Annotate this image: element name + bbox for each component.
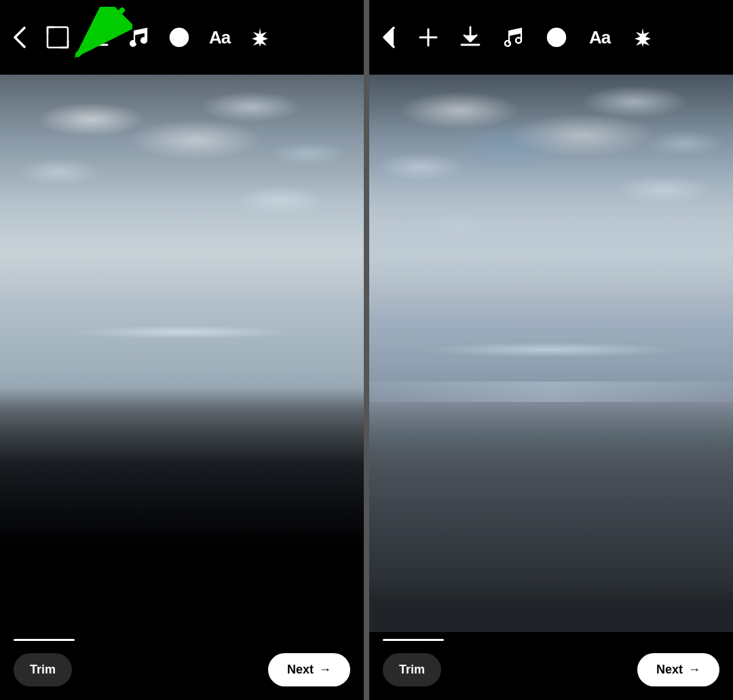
svg-rect-8 <box>521 29 522 41</box>
emoji-icon[interactable] <box>168 26 190 48</box>
right-panel: Aa <box>369 0 733 700</box>
music-icon[interactable] <box>128 26 149 49</box>
right-back-button[interactable] <box>381 25 396 50</box>
svg-point-9 <box>548 29 565 46</box>
svg-point-6 <box>516 38 521 43</box>
back-button[interactable] <box>12 25 27 50</box>
right-next-arrow: → <box>688 663 700 677</box>
right-text-icon[interactable]: Aa <box>589 27 610 48</box>
svg-point-2 <box>175 35 177 37</box>
right-trim-button[interactable]: Trim <box>383 653 441 686</box>
left-trim-button[interactable]: Trim <box>14 653 72 686</box>
svg-point-3 <box>182 35 184 37</box>
left-progress-line <box>14 639 75 641</box>
right-add-icon[interactable] <box>418 27 438 48</box>
left-next-button[interactable]: Next → <box>268 653 350 686</box>
left-toolbar: Aa <box>0 0 364 75</box>
right-next-label: Next <box>656 663 683 677</box>
download-icon[interactable] <box>88 26 109 49</box>
left-next-label: Next <box>287 663 314 677</box>
right-toolbar: Aa <box>369 0 733 75</box>
right-effects-icon[interactable] <box>632 26 654 48</box>
svg-rect-7 <box>508 31 510 43</box>
right-progress-line <box>383 639 444 641</box>
svg-point-10 <box>552 35 555 37</box>
svg-point-11 <box>559 35 561 37</box>
left-bottom-bar: Trim Next → <box>0 632 364 700</box>
right-music-icon[interactable] <box>502 26 524 49</box>
right-image <box>369 75 733 632</box>
svg-rect-0 <box>48 27 68 48</box>
right-next-button[interactable]: Next → <box>637 653 719 686</box>
left-next-arrow: → <box>319 663 331 677</box>
effects-icon[interactable] <box>249 26 271 48</box>
left-image <box>0 75 364 632</box>
left-panel: Aa <box>0 0 366 700</box>
svg-point-1 <box>170 29 188 46</box>
text-icon[interactable]: Aa <box>209 27 230 48</box>
right-bottom-bar: Trim Next → <box>369 632 733 700</box>
right-download-icon[interactable] <box>460 26 481 49</box>
right-emoji-icon[interactable] <box>546 26 567 48</box>
expand-icon[interactable] <box>46 26 69 49</box>
